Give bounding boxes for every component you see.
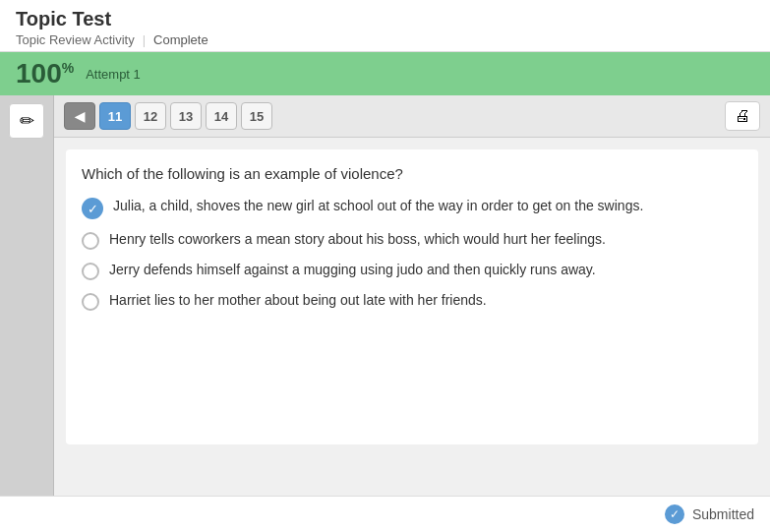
print-icon: 🖨: [735, 107, 750, 125]
check-icon-a: ✓: [82, 198, 103, 219]
radio-c: [82, 263, 99, 280]
back-arrow-icon: ◀: [75, 109, 85, 124]
right-section: ◀ 11 12 13 14 15 🖨 Which of the follow: [54, 95, 770, 529]
nav-page-15[interactable]: 15: [241, 102, 272, 130]
activity-label: Topic Review Activity: [16, 32, 135, 47]
answer-option-a[interactable]: ✓ Julia, a child, shoves the new girl at…: [82, 198, 742, 219]
radio-b: [82, 232, 99, 250]
pencil-tool-button[interactable]: ✏: [9, 103, 44, 139]
nav-page-14[interactable]: 14: [206, 102, 237, 130]
top-bar: Topic Test Topic Review Activity | Compl…: [0, 0, 770, 52]
score-sup: %: [62, 60, 74, 76]
score-value: 100: [16, 58, 62, 89]
nav-bar: ◀ 11 12 13 14 15 🖨: [54, 95, 770, 138]
answer-option-b[interactable]: Henry tells coworkers a mean story about…: [82, 231, 742, 250]
nav-page-13[interactable]: 13: [170, 102, 202, 130]
answer-option-d[interactable]: Harriet lies to her mother about being o…: [82, 292, 742, 311]
submitted-label: Submitted: [692, 506, 754, 522]
option-d-text: Harriet lies to her mother about being o…: [109, 292, 487, 308]
question-text: Which of the following is an example of …: [82, 165, 742, 182]
score-bar: 100% Attempt 1: [0, 52, 770, 95]
footer-bar: ✓ Submitted: [0, 496, 770, 532]
nav-back-button[interactable]: ◀: [64, 102, 95, 130]
option-b-text: Henry tells coworkers a mean story about…: [109, 231, 606, 247]
nav-page-12[interactable]: 12: [135, 102, 166, 130]
score-percent: 100%: [16, 58, 74, 89]
attempt-label: Attempt 1: [86, 67, 141, 82]
submitted-check-icon: ✓: [665, 504, 684, 524]
status-badge: Complete: [153, 32, 208, 47]
sidebar: ✏: [0, 95, 54, 529]
option-a-text: Julia, a child, shoves the new girl at s…: [113, 198, 643, 213]
main-layout: ✏ ◀ 11 12 13 14 15 🖨: [0, 95, 770, 529]
pencil-icon: ✏: [20, 110, 34, 132]
option-c-text: Jerry defends himself against a mugging …: [109, 262, 596, 277]
answer-option-c[interactable]: Jerry defends himself against a mugging …: [82, 262, 742, 280]
subtitle-bar: Topic Review Activity | Complete: [16, 32, 754, 47]
radio-d: [82, 293, 99, 311]
separator: |: [143, 32, 146, 47]
question-area: Which of the following is an example of …: [66, 149, 758, 444]
print-button[interactable]: 🖨: [725, 101, 760, 131]
page-title: Topic Test: [16, 8, 754, 30]
nav-page-11[interactable]: 11: [99, 102, 131, 130]
